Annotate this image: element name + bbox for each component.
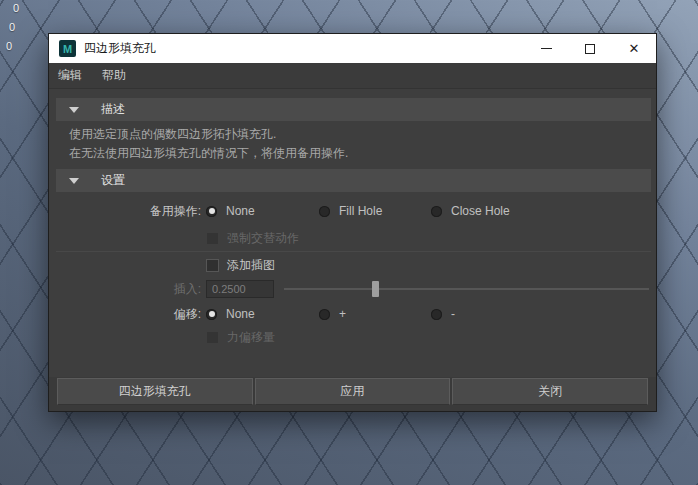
description-line: 使用选定顶点的偶数四边形拓扑填充孔.: [69, 125, 651, 144]
maya-logo-icon: M: [59, 40, 76, 57]
force-alternate-checkbox[interactable]: [206, 232, 219, 245]
radio-icon: [431, 206, 442, 217]
menu-help[interactable]: 帮助: [92, 67, 136, 84]
collapse-triangle-icon: [69, 107, 79, 113]
menu-bar: 编辑 帮助: [49, 63, 656, 89]
radio-icon: [206, 206, 217, 217]
fallback-action-row: 备用操作: None Fill Hole Close Hole: [49, 201, 656, 221]
force-alternate-row: 强制交替动作: [206, 228, 299, 248]
apply-button[interactable]: 应用: [255, 378, 451, 405]
description-line: 在无法使用四边形填充孔的情况下，将使用备用操作.: [69, 144, 651, 163]
minimize-button[interactable]: [524, 34, 568, 63]
settings-divider: [56, 251, 651, 252]
close-dialog-button[interactable]: 关闭: [452, 378, 648, 405]
fallback-action-label: 备用操作:: [56, 203, 201, 220]
section-title: 描述: [101, 101, 125, 118]
force-offset-row: 力偏移量: [206, 327, 275, 347]
section-header-settings[interactable]: 设置: [56, 169, 651, 192]
maximize-button[interactable]: [568, 34, 612, 63]
radio-offset-plus[interactable]: +: [319, 307, 346, 321]
inset-slider-handle[interactable]: [372, 281, 379, 297]
add-inset-row: 添加插图: [206, 255, 275, 275]
grid-axis-label: 0: [6, 40, 12, 52]
inset-row: 插入:: [49, 279, 656, 299]
radio-fallback-none[interactable]: None: [206, 204, 255, 218]
inset-slider[interactable]: [284, 288, 649, 290]
offset-label: 偏移:: [56, 306, 201, 323]
radio-icon: [319, 309, 330, 320]
radio-icon: [206, 309, 217, 320]
offset-row: 偏移: None + -: [49, 304, 656, 324]
grid-axis-label: 0: [9, 21, 15, 33]
section-title: 设置: [101, 172, 125, 189]
quad-fill-hole-dialog: M 四边形填充孔 ✕ 编辑 帮助 描述 使用选定顶点的偶数四边形拓扑填充孔. 在…: [48, 33, 657, 412]
dialog-footer: 四边形填充孔 应用 关闭: [49, 377, 656, 411]
window-title: 四边形填充孔: [84, 40, 156, 57]
radio-offset-none[interactable]: None: [206, 307, 255, 321]
radio-icon: [319, 206, 330, 217]
add-inset-checkbox[interactable]: [206, 259, 219, 272]
minimize-icon: [541, 48, 552, 49]
force-alternate-label: 强制交替动作: [227, 230, 299, 247]
force-offset-checkbox[interactable]: [206, 331, 219, 344]
radio-fallback-fill-hole[interactable]: Fill Hole: [319, 204, 382, 218]
radio-icon: [431, 309, 442, 320]
maximize-icon: [585, 44, 595, 54]
radio-fallback-close-hole[interactable]: Close Hole: [431, 204, 510, 218]
inset-value-input[interactable]: [206, 280, 274, 298]
description-text: 使用选定顶点的偶数四边形拓扑填充孔. 在无法使用四边形填充孔的情况下，将使用备用…: [56, 125, 651, 163]
add-inset-label: 添加插图: [227, 257, 275, 274]
close-icon: ✕: [629, 41, 640, 56]
grid-axis-label: 0: [13, 2, 19, 14]
title-bar[interactable]: M 四边形填充孔 ✕: [49, 34, 656, 63]
radio-offset-minus[interactable]: -: [431, 307, 455, 321]
force-offset-label: 力偏移量: [227, 329, 275, 346]
quad-fill-hole-button[interactable]: 四边形填充孔: [57, 378, 253, 405]
collapse-triangle-icon: [69, 178, 79, 184]
menu-edit[interactable]: 编辑: [49, 67, 92, 84]
inset-label: 插入:: [56, 281, 201, 298]
close-button[interactable]: ✕: [612, 34, 656, 63]
section-header-description[interactable]: 描述: [56, 98, 651, 121]
